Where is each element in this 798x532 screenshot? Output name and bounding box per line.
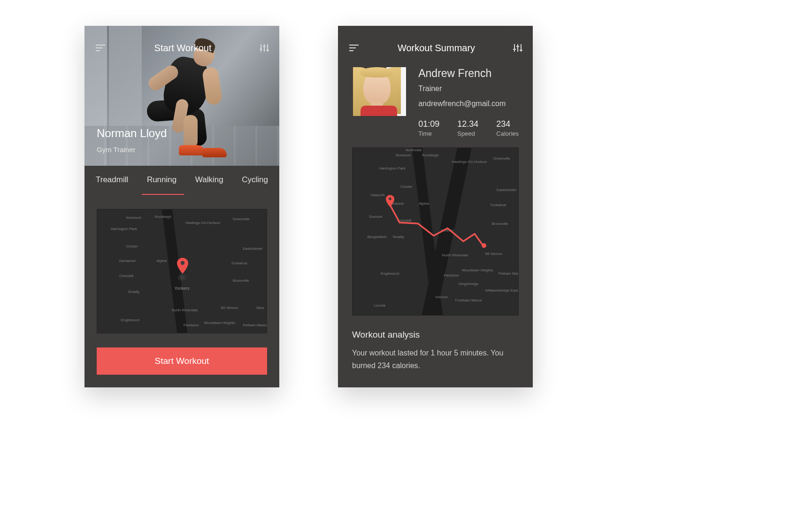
stat-label: Speed (457, 130, 478, 137)
map-label: Cresskill (119, 274, 133, 278)
analysis-body: Your workout lasted for 1 hour 5 minutes… (352, 347, 519, 372)
stat-time: 01:09 Time (418, 119, 439, 137)
page-title: Start Workout (154, 43, 212, 54)
stat-calories: 234 Calories (496, 119, 519, 137)
stat-label: Time (418, 130, 439, 137)
svg-point-1 (389, 197, 391, 200)
workout-map[interactable]: Norwood Rockleigh Harrington Park Closte… (97, 209, 267, 333)
map-label: Woodlawn Heights (204, 321, 235, 325)
map-label: Tenafly (128, 290, 139, 294)
profile-info: Andrew French Trainer andrewfrench@gmail… (418, 67, 519, 137)
location-pin-icon (177, 258, 188, 274)
start-workout-button[interactable]: Start Workout (97, 347, 267, 375)
map-label: Englewood (121, 318, 140, 322)
settings-sliders-icon[interactable] (514, 44, 522, 52)
map-label: Bronxville (233, 278, 249, 283)
map-label: Hastings-On-Hudson (185, 221, 221, 225)
stat-label: Calories (496, 130, 519, 137)
map-label: Eastchester (243, 247, 262, 251)
profile-email: andrewfrench@gmail.com (418, 100, 519, 108)
map-label: Fieldston (184, 323, 199, 327)
stat-speed: 12.34 Speed (457, 119, 478, 137)
stat-value: 12.34 (457, 119, 478, 129)
topbar: Start Workout (84, 26, 279, 54)
menu-icon[interactable] (349, 45, 359, 51)
workout-tabs: Treadmill Running Walking Cycling (84, 166, 279, 195)
route-path (353, 148, 518, 315)
svg-point-0 (180, 261, 184, 264)
map-label: Greenville (233, 217, 250, 221)
start-pin-icon (386, 195, 394, 207)
start-workout-screen: Norman Lloyd Gym Trainer Start Workout T… (84, 26, 279, 387)
route-map[interactable]: Norwood Rockleigh Northvale Harrington P… (352, 147, 519, 316)
workout-summary-screen: Workout Summary Andrew French Trainer an… (338, 26, 533, 387)
map-label: Norwood (126, 216, 141, 220)
tab-cycling[interactable]: Cycling (242, 175, 268, 187)
tab-running[interactable]: Running (147, 175, 176, 187)
map-label: Harrington Park (111, 227, 137, 231)
active-tab-underline (142, 194, 184, 195)
profile-stats: 01:09 Time 12.34 Speed 234 Calories (418, 119, 519, 137)
workout-analysis: Workout analysis Your workout lasted for… (338, 316, 533, 372)
map-label: Alpine (156, 259, 167, 263)
trainer-role: Gym Trainer (97, 146, 167, 154)
avatar[interactable] (352, 67, 406, 116)
map-center-label: Yonkers (174, 286, 189, 291)
profile-role: Trainer (418, 85, 519, 93)
map-label: North Riverdale (172, 308, 198, 312)
map-label: Closter (126, 244, 138, 248)
map-label: Demarest (119, 259, 136, 263)
profile-name: Andrew French (418, 67, 519, 80)
settings-sliders-icon[interactable] (261, 44, 268, 52)
stat-value: 01:09 (418, 119, 439, 129)
trainer-name: Norman Lloyd (97, 127, 167, 140)
map-label: Rockleigh (155, 215, 171, 219)
analysis-title: Workout analysis (352, 330, 519, 340)
pin-shadow (175, 275, 189, 280)
map-label: Mt Vernon (221, 306, 238, 310)
page-title: Workout Summary (398, 43, 475, 54)
menu-icon[interactable] (96, 45, 105, 51)
hero-text: Norman Lloyd Gym Trainer (97, 127, 167, 154)
stat-value: 234 (496, 119, 519, 129)
map-label: Tuckahoe (231, 261, 247, 265)
tab-walking[interactable]: Walking (195, 175, 223, 187)
map-label: Pelham Manor (243, 323, 267, 327)
topbar: Workout Summary (338, 26, 533, 54)
tab-treadmill[interactable]: Treadmill (96, 175, 128, 187)
map-label: New (256, 306, 264, 310)
